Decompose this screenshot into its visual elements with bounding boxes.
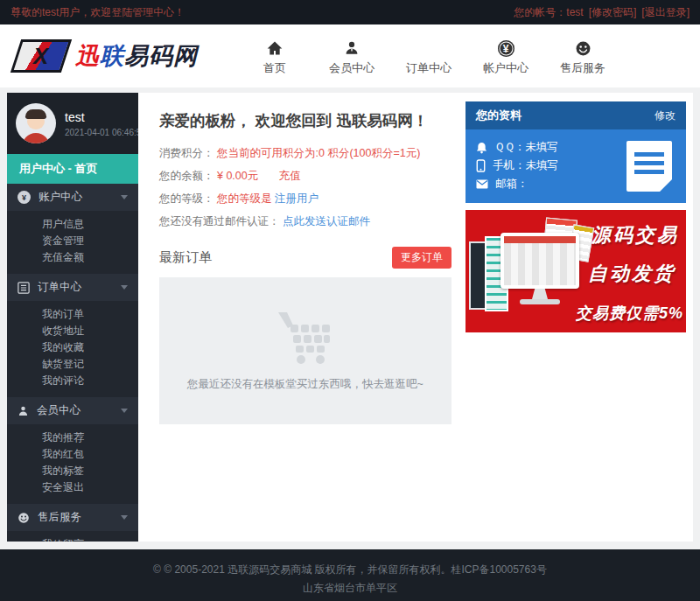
edit-profile-link[interactable]: 修改	[654, 108, 676, 123]
order-list-icon	[18, 282, 30, 294]
order-icon-empty	[397, 36, 460, 57]
more-orders-button[interactable]: 更多订单	[392, 247, 452, 269]
smile-icon	[18, 512, 30, 524]
chevron-down-icon	[121, 195, 128, 199]
user-level-link[interactable]: 注册用户	[275, 192, 318, 205]
stat-balance: 您的余额： ¥ 0.00元 充值	[159, 164, 452, 187]
stat-level-label: 您的等级：	[159, 192, 214, 205]
page-body: test 2021-04-01 06:46:52 用户中心 - 首页 ¥ 账户中…	[0, 87, 700, 549]
footer-address: 山东省烟台市单平区	[0, 579, 700, 598]
stat-level-value: 您的等级是	[217, 192, 272, 205]
yen-coin-icon: ¥	[474, 36, 537, 57]
avatar	[16, 103, 56, 143]
sidebar-item-user-info[interactable]: 用户信息	[7, 216, 138, 233]
sidebar-item-shipping-address[interactable]: 收货地址	[7, 323, 138, 339]
email-verify-label: 您还没有通过邮件认证：	[159, 215, 280, 227]
sidebar-item-my-referrals[interactable]: 我的推荐	[7, 430, 138, 446]
profile-card: 您的资料 修改 ＱＱ：未填写 手机：未填写	[466, 101, 686, 203]
shopping-cart-icon	[273, 311, 338, 365]
sidebar-item-stockout[interactable]: 缺货登记	[7, 356, 138, 373]
site-header: X 迅联易码网 首页 会员中心 订单中心 ¥ 帐户中心	[0, 24, 700, 87]
sidebar-section-member-center[interactable]: 会员中心	[7, 397, 138, 424]
sidebar-item-my-orders[interactable]: 我的订单	[7, 306, 138, 323]
orders-title: 最新订单	[159, 249, 212, 266]
topbar-account-label: 您的帐号：test	[514, 5, 583, 20]
nav-item-after-sales[interactable]: 售后服务	[551, 36, 614, 76]
nav-item-order-center[interactable]: 订单中心	[397, 36, 460, 76]
topbar-welcome-text: 尊敬的test用户，欢迎登陆管理中心！	[10, 5, 185, 20]
sidebar-section-account-center[interactable]: ¥ 账户中心	[7, 184, 138, 211]
profile-card-title: 您的资料	[476, 108, 522, 123]
chevron-down-icon	[121, 515, 128, 520]
stat-balance-value: ¥ 0.00元	[217, 170, 258, 182]
sidebar-item-my-comments[interactable]: 我的评论	[7, 373, 138, 389]
send-verify-email-link[interactable]: 点此发送认证邮件	[283, 215, 370, 227]
change-password-link[interactable]: [修改密码]	[589, 5, 637, 20]
ad-banner[interactable]: 源码交易 自动发货 交易费仅需5%	[466, 210, 686, 332]
sidebar-item-safe-logout[interactable]: 安全退出	[7, 479, 138, 496]
main-nav: 首页 会员中心 订单中心 ¥ 帐户中心 售后服务	[243, 36, 614, 76]
footer: © © 2005-2021 迅联源码交易商城 版权所有，并保留所有权利。桂ICP…	[0, 549, 700, 601]
stat-points-value: 您当前的可用积分为:0 积分(100积分=1元)	[217, 147, 420, 159]
stat-email-verify: 您还没有通过邮件认证： 点此发送认证邮件	[159, 210, 452, 233]
nav-item-member-center[interactable]: 会员中心	[320, 36, 383, 76]
ad-banner-line-3: 交易费仅需5%	[576, 303, 683, 324]
orders-empty-state: 您最近还没有在模板堂买过东西哦，快去逛逛吧~	[159, 277, 452, 424]
member-icon	[18, 405, 29, 417]
sidebar-item-recharge[interactable]: 充值金额	[7, 249, 138, 266]
logout-link[interactable]: [退出登录]	[641, 5, 690, 20]
phone-icon	[476, 159, 486, 172]
ad-banner-illustration	[467, 219, 592, 327]
submenu-order-center: 我的订单 收货地址 我的收藏 缺货登记 我的评论	[7, 301, 138, 397]
qq-icon	[476, 142, 487, 154]
sidebar-item-my-redpacket[interactable]: 我的红包	[7, 446, 138, 463]
page-title: 亲爱的板粉， 欢迎您回到 迅联易码网！	[159, 110, 452, 131]
nav-item-home[interactable]: 首页	[243, 36, 306, 76]
chevron-down-icon	[121, 285, 128, 290]
orders-header: 最新订单 更多订单	[159, 247, 452, 269]
submenu-member-center: 我的推荐 我的红包 我的标签 安全退出	[7, 424, 138, 504]
topbar: 尊敬的test用户，欢迎登陆管理中心！ 您的帐号：test [修改密码] [退出…	[0, 0, 700, 24]
logo-x-icon: X	[10, 39, 72, 73]
sidebar-section-order-center[interactable]: 订单中心	[7, 274, 138, 301]
member-icon	[320, 36, 383, 57]
profile-login-time: 2021-04-01 06:46:52	[65, 128, 146, 137]
submenu-account-center: 用户信息 资金管理 充值金额	[7, 211, 138, 274]
main-content: 亲爱的板粉， 欢迎您回到 迅联易码网！ 消费积分： 您当前的可用积分为:0 积分…	[138, 93, 466, 542]
stat-points-label: 消费积分：	[159, 147, 214, 159]
sidebar: test 2021-04-01 06:46:52 用户中心 - 首页 ¥ 账户中…	[7, 93, 138, 542]
ad-banner-line-1: 源码交易	[592, 222, 679, 248]
sidebar-item-funds[interactable]: 资金管理	[7, 233, 138, 249]
chevron-down-icon	[121, 409, 128, 413]
logo-text: 迅联易码网	[75, 40, 198, 72]
nav-item-account-center[interactable]: ¥ 帐户中心	[474, 36, 537, 76]
recharge-link[interactable]: 充值	[279, 170, 301, 182]
sidebar-item-favorites[interactable]: 我的收藏	[7, 339, 138, 356]
site-logo[interactable]: X 迅联易码网	[16, 39, 198, 73]
stat-balance-label: 您的余额：	[159, 170, 214, 182]
yen-coin-icon: ¥	[18, 191, 31, 204]
document-icon	[626, 141, 672, 192]
breadcrumb: 用户中心 - 首页	[7, 154, 138, 184]
submenu-after-sales: 我的留言	[7, 531, 138, 542]
smile-icon	[551, 36, 614, 57]
stat-level: 您的等级： 您的等级是 注册用户	[159, 187, 452, 210]
mail-icon	[476, 179, 488, 189]
profile-username: test	[65, 110, 146, 124]
sidebar-section-after-sales[interactable]: 售后服务	[7, 504, 138, 531]
stat-points: 消费积分： 您当前的可用积分为:0 积分(100积分=1元)	[159, 142, 452, 164]
orders-empty-message: 您最近还没有在模板堂买过东西哦，快去逛逛吧~	[187, 377, 424, 392]
right-column: 您的资料 修改 ＱＱ：未填写 手机：未填写	[466, 93, 693, 542]
footer-copyright: © © 2005-2021 迅联源码交易商城 版权所有，并保留所有权利。桂ICP…	[0, 561, 700, 579]
home-icon	[243, 36, 306, 57]
sidebar-profile: test 2021-04-01 06:46:52	[7, 93, 138, 154]
ad-banner-line-2: 自动发货	[588, 261, 676, 287]
sidebar-item-my-tags[interactable]: 我的标签	[7, 463, 138, 479]
sidebar-item-my-messages[interactable]: 我的留言	[7, 536, 138, 542]
